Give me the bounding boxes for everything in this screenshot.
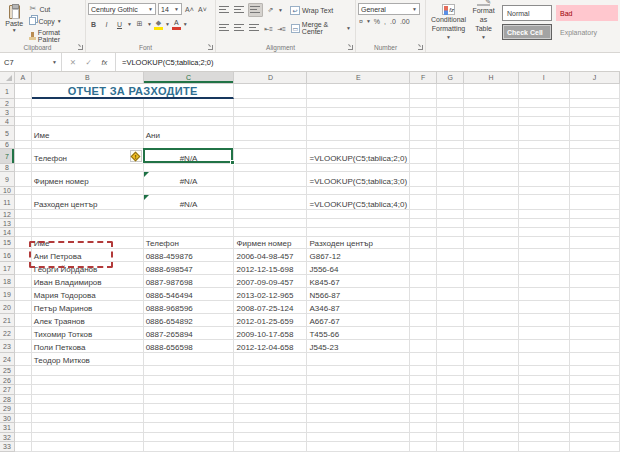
cell-A27[interactable] [15, 385, 32, 395]
cell-E4[interactable] [307, 117, 410, 126]
cell-D22[interactable]: 2009-10-17-658 [234, 327, 307, 340]
cell-E23[interactable]: J545-23 [307, 340, 410, 353]
cell-I6[interactable] [519, 141, 571, 149]
cell-G31[interactable] [437, 423, 464, 433]
cell-A5[interactable] [15, 126, 32, 141]
cell-B23[interactable]: Поли Петкова [32, 340, 144, 353]
cell-F13[interactable] [410, 219, 437, 228]
cell-I27[interactable] [519, 385, 571, 395]
cell-F22[interactable] [410, 327, 437, 340]
cell-F16[interactable] [410, 249, 437, 262]
cell-I33[interactable] [519, 442, 571, 452]
cell-H29[interactable] [464, 404, 518, 414]
cell-I20[interactable] [519, 301, 571, 314]
cell-H30[interactable] [464, 414, 518, 423]
col-header-E[interactable]: E [307, 72, 410, 84]
cell-C4[interactable] [144, 117, 235, 126]
cell-J5[interactable] [570, 126, 620, 141]
report-title[interactable]: ОТЧЕТ ЗА РАЗХОДИТЕ [32, 84, 235, 99]
merge-center-button[interactable]: ▭ Merge & Center ▼ [289, 20, 353, 36]
cell-H10[interactable] [464, 187, 518, 195]
cell-B28[interactable] [32, 395, 144, 404]
row-header-17[interactable]: 17 [0, 262, 15, 275]
cell-E6[interactable] [307, 141, 410, 149]
cell-J8[interactable] [570, 164, 620, 172]
cell-F6[interactable] [410, 141, 437, 149]
col-header-D[interactable]: D [234, 72, 307, 84]
font-size-select[interactable]: 14 ▼ [158, 3, 182, 15]
cell-A19[interactable] [15, 288, 32, 301]
increase-indent-button[interactable]: ⇥≡ [276, 22, 287, 34]
alignment-dialog-launcher[interactable] [348, 45, 353, 50]
cell-H8[interactable] [464, 164, 518, 172]
cell-D6[interactable] [234, 141, 307, 149]
cell-C10[interactable] [144, 187, 235, 195]
cell-E32[interactable] [307, 433, 410, 442]
cell-G3[interactable] [437, 108, 464, 117]
cell-D11[interactable] [234, 195, 307, 210]
cell-A21[interactable] [15, 314, 32, 327]
cell-I8[interactable] [519, 164, 571, 172]
cell-H17[interactable] [464, 262, 518, 275]
font-dialog-launcher[interactable] [208, 45, 213, 50]
cell-E10[interactable] [307, 187, 410, 195]
style-bad[interactable]: Bad [556, 5, 618, 21]
middle-align-button[interactable] [233, 4, 246, 16]
cell-J2[interactable] [570, 99, 620, 108]
cell-A8[interactable] [15, 164, 32, 172]
cell-F10[interactable] [410, 187, 437, 195]
cell-E28[interactable] [307, 395, 410, 404]
cell-D26[interactable] [234, 376, 307, 385]
cell-C27[interactable] [144, 385, 235, 395]
decrease-indent-button[interactable]: ⇤≡ [263, 22, 274, 34]
font-color-button[interactable]: A [172, 19, 181, 30]
cell-I14[interactable] [519, 228, 571, 237]
cell-F29[interactable] [410, 404, 437, 414]
cell-F8[interactable] [410, 164, 437, 172]
cell-A15[interactable] [15, 237, 32, 249]
increase-decimal-button[interactable]: .0 [389, 18, 397, 25]
style-normal[interactable]: Normal [502, 5, 552, 21]
cell-E18[interactable]: K845-67 [307, 275, 410, 288]
cell-F32[interactable] [410, 433, 437, 442]
cell-D21[interactable]: 2012-01-25-659 [234, 314, 307, 327]
row-header-3[interactable]: 3 [0, 108, 15, 117]
cell-F18[interactable] [410, 275, 437, 288]
cell-J24[interactable] [570, 353, 620, 366]
cell-J23[interactable] [570, 340, 620, 353]
cell-A22[interactable] [15, 327, 32, 340]
select-all-button[interactable] [0, 72, 15, 84]
cell-B20[interactable]: Петър Маринов [32, 301, 144, 314]
cell-D2[interactable] [234, 99, 307, 108]
cell-F33[interactable] [410, 442, 437, 452]
cell-D18[interactable]: 2007-09-09-457 [234, 275, 307, 288]
cell-G5[interactable] [437, 126, 464, 141]
cell-I29[interactable] [519, 404, 571, 414]
shrink-font-button[interactable]: A˅ [197, 3, 208, 15]
cell-G6[interactable] [437, 141, 464, 149]
col-header-H[interactable]: H [464, 72, 518, 84]
cell-A31[interactable] [15, 423, 32, 433]
row-header-10[interactable]: 10 [0, 187, 15, 195]
cell-C9[interactable]: #N/A [144, 172, 235, 187]
row-header-24[interactable]: 24 [0, 353, 15, 366]
cell-F20[interactable] [410, 301, 437, 314]
cell-J16[interactable] [570, 249, 620, 262]
cell-A3[interactable] [15, 108, 32, 117]
cell-D8[interactable] [234, 164, 307, 172]
cell-I7[interactable] [519, 149, 571, 164]
cell-F15[interactable] [410, 237, 437, 249]
cell-C17[interactable]: 0888-698547 [144, 262, 235, 275]
cell-H27[interactable] [464, 385, 518, 395]
col-header-J[interactable]: J [570, 72, 620, 84]
borders-button[interactable]: ⊞ [134, 18, 145, 30]
cell-B29[interactable] [32, 404, 144, 414]
cell-C18[interactable]: 0887-987698 [144, 275, 235, 288]
paste-button[interactable]: Paste ▼ [2, 2, 26, 42]
cell-H9[interactable] [464, 172, 518, 187]
cell-H23[interactable] [464, 340, 518, 353]
cell-D5[interactable] [234, 126, 307, 141]
cell-C20[interactable]: 0888-968596 [144, 301, 235, 314]
cell-B24[interactable]: Теодор Митков [32, 353, 144, 366]
cell-E24[interactable] [307, 353, 410, 366]
